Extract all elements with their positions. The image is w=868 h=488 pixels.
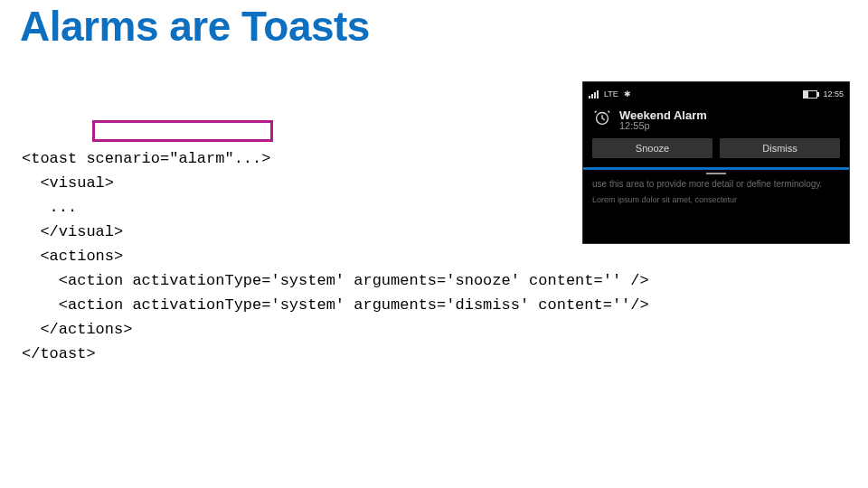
dismiss-button[interactable]: Dismiss xyxy=(720,138,840,158)
status-bar: LTE ✱ 12:55 xyxy=(583,82,849,102)
code-line: ... xyxy=(22,199,77,216)
slide-title: Alarms are Toasts xyxy=(20,2,370,51)
bluetooth-icon: ✱ xyxy=(624,89,631,99)
code-line: <visual> xyxy=(22,174,114,192)
lorem-text: Lorem ipsum dolor sit amet, consectetur xyxy=(583,190,849,204)
code-line: </actions> xyxy=(22,321,132,338)
accent-bar xyxy=(583,167,849,170)
code-line: <toast scenario="alarm"...> xyxy=(22,150,270,167)
toast-notification: Weekend Alarm 12:55p Snooze Dismiss xyxy=(583,102,849,170)
clock-label: 12:55 xyxy=(823,89,844,99)
hint-text: use this area to provide more detail or … xyxy=(583,174,849,190)
alarm-clock-icon xyxy=(592,108,612,131)
code-block: <toast scenario="alarm"...> <visual> ...… xyxy=(22,122,649,366)
battery-icon xyxy=(803,90,817,99)
code-line: <action activationType='system' argument… xyxy=(22,272,649,289)
snooze-button[interactable]: Snooze xyxy=(592,138,712,158)
code-line: </toast> xyxy=(22,345,96,362)
lte-label: LTE xyxy=(604,89,618,99)
code-line: <action activationType='system' argument… xyxy=(22,296,649,314)
code-line: <actions> xyxy=(22,248,123,265)
signal-icon xyxy=(589,90,599,99)
phone-preview: LTE ✱ 12:55 Weekend Alarm 12:55p Snooze xyxy=(582,81,850,244)
code-line: </visual> xyxy=(22,223,123,240)
